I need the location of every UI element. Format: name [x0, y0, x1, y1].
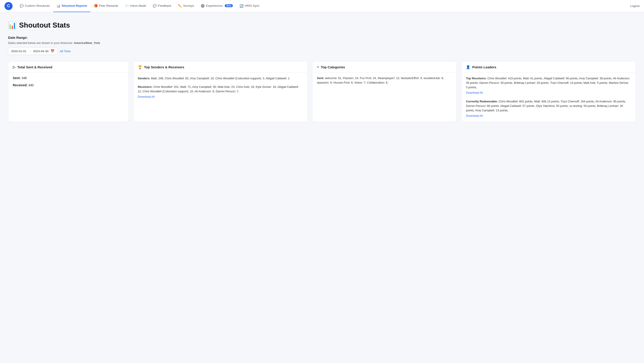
download-all-receivers-link[interactable]: Download All — [466, 90, 483, 95]
top-receivers-section: Top Receivers: Chris Woodlief: 419 point… — [466, 76, 631, 95]
date-range-section: Date Range: Dates selected below are sho… — [8, 36, 636, 55]
receivers-label: Receivers: — [138, 85, 152, 88]
survey-icon: ✏️ — [178, 4, 182, 8]
card-header-senders: 🏆 Top Senders & Receivers — [133, 62, 308, 72]
card-title-total: Total Sent & Received — [17, 65, 52, 69]
gift-icon: 🎁 — [94, 4, 98, 8]
currently-redeemable-section: Currently Redeemable: Chris Woodlief: 80… — [466, 99, 631, 118]
nav-item-hris-sync[interactable]: 🔄 HRIS Sync — [236, 0, 262, 12]
nav-label-surveys: Surveys — [183, 4, 194, 8]
card-body-total: Sent: 348 Received: 440 — [8, 72, 128, 90]
card-title-categories: Top Categories — [321, 65, 345, 69]
card-points-leaders: 👤 Points Leaders Top Receivers: Chris Wo… — [461, 61, 636, 122]
card-title-senders: Top Senders & Receivers — [144, 65, 184, 69]
date-picker[interactable]: 2020-01-01 → 2024-04-30 📅 — [8, 47, 58, 55]
nav-label-shoutout-reports: Shoutout Reports — [62, 4, 87, 8]
nav-item-experiences[interactable]: 🔘 Experiences Beta — [198, 0, 236, 12]
nav-item-surveys[interactable]: ✏️ Surveys — [175, 0, 197, 12]
list-icon: ≡ — [317, 65, 319, 69]
nav-label-custom-shoutouts: Custom Shoutouts — [25, 4, 50, 8]
nav-label-feedback: Feedback — [158, 4, 171, 8]
date-start: 2020-01-01 — [11, 50, 26, 53]
senders-text: Matt: 248, Chris Woodlief: 82, Amy Campb… — [151, 77, 290, 80]
date-picker-row: 2020-01-01 → 2024-04-30 📅 All Time — [8, 47, 636, 55]
experiences-icon: 🔘 — [201, 4, 204, 8]
senders-label: Senders: — [138, 77, 150, 80]
date-end: 2024-04-30 — [33, 50, 48, 53]
sent-stat: Sent: 348 — [13, 76, 124, 80]
card-body-points: Top Receivers: Chris Woodlief: 419 point… — [462, 72, 636, 122]
nav-item-shoutout-reports[interactable]: 📊 Shoutout Reports — [53, 0, 90, 12]
main-content: 📊 Shoutout Stats Date Range: Dates selec… — [0, 12, 644, 131]
calendar-icon: 📅 — [50, 49, 55, 53]
feedback-icon: 💬 — [153, 4, 157, 8]
sync-icon: 🔄 — [240, 4, 243, 8]
date-range-note: Dates selected below are shown in your t… — [8, 41, 636, 44]
top-receivers-label: Top Receivers: — [466, 77, 486, 80]
beta-badge: Beta — [225, 4, 233, 7]
nav-logo-text: C — [7, 4, 10, 8]
sent-label: Sent: — [13, 76, 20, 80]
download-all-senders-link[interactable]: Download All — [138, 94, 154, 99]
sent-value: 348 — [22, 76, 27, 80]
nav-label-intros-made: Intros Made — [130, 4, 146, 8]
categories-sent-text: welcome: 61, Passion: 24, Fox First: 24,… — [317, 76, 444, 84]
nav-label-hris-sync: HRIS Sync — [245, 4, 260, 8]
card-header-points: 👤 Points Leaders — [462, 62, 636, 72]
nav-item-feedback[interactable]: 💬 Feedback — [150, 0, 174, 12]
card-top-categories: ≡ Top Categories Sent: welcome: 61, Pass… — [312, 61, 457, 122]
logout-button[interactable]: Logout — [630, 4, 640, 8]
mail-icon: ✉️ — [125, 4, 129, 8]
megaphone-icon: 💬 — [20, 4, 24, 8]
stats-icon: 📊 — [8, 21, 16, 29]
card-top-senders-receivers: 🏆 Top Senders & Receivers Senders: Matt:… — [133, 61, 308, 122]
senders-section: Senders: Matt: 248, Chris Woodlief: 82, … — [138, 76, 303, 81]
trophy-icon: 🏆 — [138, 65, 142, 69]
nav-label-peer-rewards: Peer Rewards — [99, 4, 118, 8]
navbar: C 💬 Custom Shoutouts 📊 Shoutout Reports … — [0, 0, 644, 12]
all-time-link[interactable]: All Time — [60, 50, 70, 53]
play-icon: ▷ — [13, 65, 16, 69]
date-range-label: Date Range: — [8, 36, 636, 40]
receivers-text: Chris Woodlief: 201, Matt: 71, Amy Campb… — [138, 85, 299, 93]
page-title-row: 📊 Shoutout Stats — [8, 21, 636, 29]
received-stat: Received: 440 — [13, 83, 124, 87]
cards-grid: ▷ Total Sent & Received Sent: 348 Receiv… — [8, 61, 636, 122]
card-body-senders: Senders: Matt: 248, Chris Woodlief: 82, … — [133, 72, 308, 103]
nav-items: 💬 Custom Shoutouts 📊 Shoutout Reports 🎁 … — [16, 0, 630, 12]
currently-redeemable-label: Currently Redeemable: — [466, 100, 498, 103]
received-value: 440 — [28, 83, 34, 87]
download-all-redeemable-link[interactable]: Download All — [466, 114, 483, 118]
card-header-total: ▷ Total Sent & Received — [8, 62, 128, 72]
nav-logo[interactable]: C — [4, 2, 12, 10]
card-total-sent-received: ▷ Total Sent & Received Sent: 348 Receiv… — [8, 61, 128, 122]
date-arrow-icon: → — [28, 50, 31, 53]
card-body-categories: Sent: welcome: 61, Passion: 24, Fox Firs… — [312, 72, 456, 88]
card-header-categories: ≡ Top Categories — [312, 62, 456, 72]
nav-label-experiences: Experiences — [206, 4, 222, 8]
categories-sent-section: Sent: welcome: 61, Passion: 24, Fox Firs… — [317, 76, 452, 85]
nav-item-intros-made[interactable]: ✉️ Intros Made — [122, 0, 149, 12]
top-receivers-text: Chris Woodlief: 419 points, Matt: 61 poi… — [466, 77, 630, 89]
nav-item-peer-rewards[interactable]: 🎁 Peer Rewards — [91, 0, 122, 12]
person-icon: 👤 — [466, 65, 470, 69]
categories-sent-label: Sent: — [317, 76, 324, 80]
timezone-value: America/New_York — [74, 41, 100, 44]
nav-item-custom-shoutouts[interactable]: 💬 Custom Shoutouts — [16, 0, 53, 12]
date-range-note-prefix: Dates selected below are shown in your t… — [8, 41, 73, 44]
receivers-section: Receivers: Chris Woodlief: 201, Matt: 71… — [138, 85, 303, 99]
chart-icon: 📊 — [56, 4, 60, 8]
card-title-points: Points Leaders — [472, 65, 496, 69]
received-label: Received: — [13, 83, 28, 87]
page-title: Shoutout Stats — [19, 21, 70, 29]
